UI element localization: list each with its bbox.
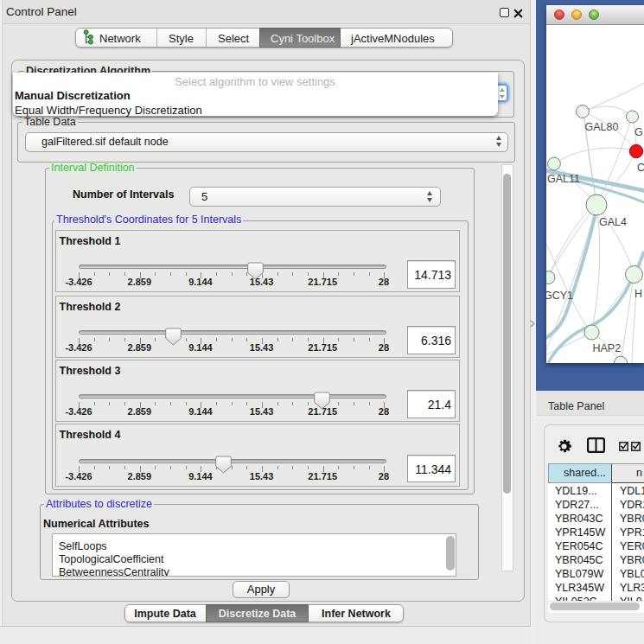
svg-text:G.: G.	[634, 126, 644, 138]
svg-text:GCY1: GCY1	[546, 290, 573, 302]
svg-text:GAL80: GAL80	[585, 121, 619, 133]
svg-text:GAL11: GAL11	[547, 173, 580, 185]
svg-text:HAP2: HAP2	[593, 342, 622, 354]
svg-text:C: C	[637, 162, 644, 174]
svg-text:GAL4: GAL4	[599, 216, 627, 228]
svg-text:H: H	[634, 288, 642, 300]
